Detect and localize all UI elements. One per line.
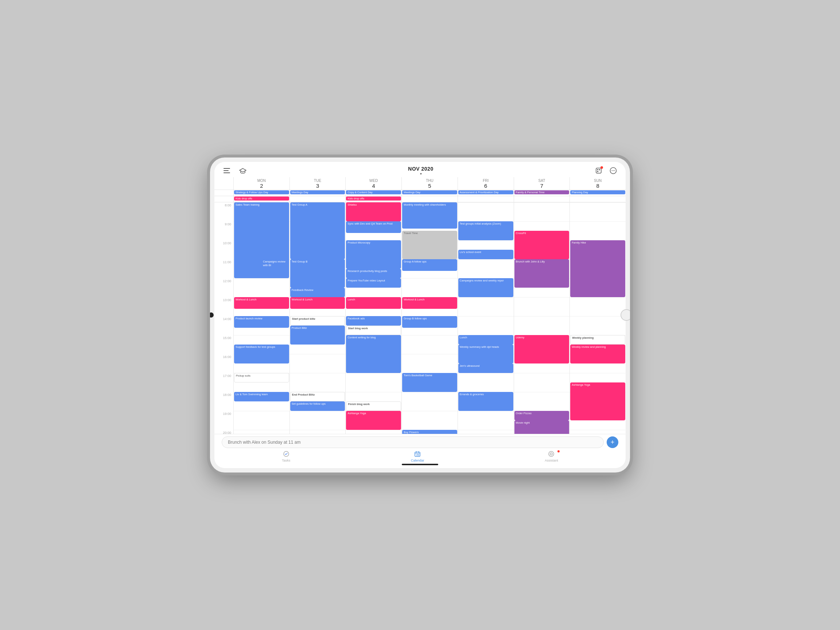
banner-tue[interactable]: Meetings Day (290, 190, 345, 194)
add-event-button[interactable]: + (607, 436, 618, 448)
month-title[interactable]: NOV 2020 ▾ (408, 166, 433, 176)
event-test-group-b[interactable]: Test Group B (290, 259, 345, 287)
tab-tasks[interactable]: Tasks (282, 451, 290, 462)
notification-button[interactable] (594, 166, 604, 176)
day-header-wed[interactable]: WED4 (345, 177, 401, 189)
svg-rect-0 (224, 168, 230, 169)
event-errands[interactable]: Errands & groceries (458, 392, 513, 411)
event-test-groups-analysis[interactable]: Test groups initial analysis (Zoom) (458, 221, 513, 240)
event-end-product-blitz[interactable]: End Product Blitz (290, 392, 345, 401)
event-start-blog-work[interactable]: Start blog work (346, 325, 401, 335)
event-workout-lunch-thu[interactable]: Workout & Lunch (402, 297, 457, 309)
event-support-feedback[interactable]: Support feedback for test groups (234, 344, 289, 363)
event-feedback-review[interactable]: Feedback Review (290, 287, 345, 297)
col-tue[interactable]: Test Group A Test Group B Feedback Revie… (289, 202, 346, 434)
banner-fri[interactable]: Assessment & Prioritization Day (458, 190, 513, 194)
event-liv-tom-swimming[interactable]: Liv & Tom Swimming team (234, 392, 289, 401)
event-basketball[interactable]: Tom's Basketball Game (402, 373, 457, 392)
kids-dropoff-mon[interactable]: Kids drop offs (234, 196, 289, 201)
tab-assistant[interactable]: Assistant (545, 451, 558, 462)
event-pickup-suits[interactable]: Pickup suits (234, 373, 289, 382)
col-wed[interactable]: Shiatsu Sync with Dev and QA Team on Pro… (345, 202, 401, 434)
gutter-header (215, 177, 233, 189)
event-product-microcopy[interactable]: Product Microcopy (346, 240, 401, 269)
svg-point-9 (613, 170, 614, 171)
event-livs-school[interactable]: Liv's school event (458, 250, 513, 259)
tab-calendar[interactable]: 21 Calendar (411, 451, 425, 462)
event-workout-lunch-mon[interactable]: Workout & Lunch (234, 297, 289, 309)
notification-dot (600, 166, 603, 169)
event-monthly-meeting[interactable]: Monthly meeting with shareholders (402, 202, 457, 229)
event-travel-time[interactable]: Travel Time (402, 231, 457, 259)
event-test-group-a[interactable]: Test Group A (290, 202, 345, 259)
event-weekly-review[interactable]: Weekly review and planning (570, 344, 625, 363)
day-header-tue[interactable]: TUE3 (289, 177, 346, 189)
banner-sat[interactable]: Family & Personal Time (515, 190, 570, 194)
svg-point-10 (614, 170, 615, 171)
event-product-blitz[interactable]: Product Blitz (290, 325, 345, 344)
event-movie-night[interactable]: Movie night (515, 420, 570, 434)
col-sat[interactable]: CrossFit Brunch with John & Lilly Udemy … (514, 202, 570, 434)
time-grid: 8:00 9:00 10:00 11:00 12:00 13:00 14:00 … (215, 202, 625, 434)
event-jens-ultrasound[interactable]: Jen's ultrasound (458, 363, 513, 373)
event-finish-blog-work[interactable]: Finish blog work (346, 401, 401, 411)
calendar-area: MON2 TUE3 WED4 THU5 FRI6 SAT7 SUN8 Strat… (215, 177, 625, 434)
add-event-input[interactable] (222, 436, 604, 448)
day-header-mon[interactable]: MON2 (233, 177, 289, 189)
svg-rect-14 (418, 452, 419, 453)
event-campaigns-weekly[interactable]: Campaigns review and weekly repor (458, 278, 513, 297)
event-lunch-wed[interactable]: Lunch (346, 297, 401, 309)
hat-button[interactable] (238, 166, 248, 176)
col-mon[interactable]: Sales Team training Campaigns review wit… (233, 202, 289, 434)
banner-wed[interactable]: Copy & Content Day (346, 190, 401, 194)
event-buy-flowers[interactable]: Buy Flowers (402, 430, 457, 434)
event-campaigns-review-mon[interactable]: Campaigns review with BI (261, 259, 289, 274)
event-weekly-summary[interactable]: Weekly summary with dpt heads (458, 344, 513, 363)
time-grid-scroll[interactable]: 8:00 9:00 10:00 11:00 12:00 13:00 14:00 … (215, 202, 625, 434)
more-button[interactable] (608, 166, 618, 176)
event-shiatsu[interactable]: Shiatsu (346, 202, 401, 221)
day-header-fri[interactable]: FRI6 (458, 177, 514, 189)
banner-thu[interactable]: Meetings Day (402, 190, 457, 194)
event-sync-dev-qa[interactable]: Sync with Dev and QA Team on Prod (346, 221, 401, 233)
right-circle-button[interactable] (621, 309, 630, 321)
col-fri[interactable]: Test groups initial analysis (Zoom) Liv'… (458, 202, 514, 434)
day-header-thu[interactable]: THU5 (401, 177, 458, 189)
event-brunch-john[interactable]: Brunch with John & Lilly (515, 259, 570, 287)
event-group-a-followups[interactable]: Group A follow ups (402, 259, 457, 271)
event-group-b-followups[interactable]: Group B follow ups (402, 316, 457, 328)
event-ashtanga-sun[interactable]: Ashtanga Yoga (570, 382, 625, 420)
sidebar-button[interactable] (210, 313, 214, 317)
event-facebook-ads[interactable]: Facebook ads (346, 316, 401, 325)
event-prepare-youtube[interactable]: Prepare YouTube video Layout (346, 278, 401, 287)
event-research-blog[interactable]: Research productivity blog posts (346, 269, 401, 278)
day-header-sun[interactable]: SUN8 (570, 177, 625, 189)
event-workout-lunch-tue[interactable]: Workout & Lunch (290, 297, 345, 309)
svg-rect-4 (597, 169, 598, 170)
header-left (222, 166, 248, 176)
event-lunch-fri[interactable]: Lunch (458, 335, 513, 344)
input-row: + (222, 436, 618, 448)
event-start-product-blitz[interactable]: Start product blitz (290, 316, 345, 325)
event-crossfit[interactable]: CrossFit (515, 231, 570, 259)
menu-button[interactable] (222, 166, 232, 176)
event-product-launch-review[interactable]: Product launch review (234, 316, 289, 328)
event-ashtanga-wed[interactable]: Ashtanga Yoga (346, 411, 401, 430)
event-family-hike[interactable]: Family Hike (570, 240, 625, 297)
event-order-pizzas[interactable]: Order Pizzas (515, 411, 570, 420)
event-content-writing[interactable]: Content writing for blog (346, 335, 401, 373)
calendar-header: NOV 2020 ▾ (215, 162, 625, 177)
col-sun[interactable]: Family Hike Weekly planning Weekly revie… (570, 202, 625, 434)
kids-dropoff-wed[interactable]: Kids drop offs (346, 196, 401, 201)
bottom-bar: + Tasks (215, 434, 625, 468)
event-weekly-planning[interactable]: Weekly planning (570, 335, 625, 344)
banner-mon[interactable]: Strategy & Follow Ups Day (234, 190, 289, 194)
event-set-guidelines[interactable]: Set guidelines for follow ups (290, 401, 345, 411)
col-thu[interactable]: Monthly meeting with shareholders Travel… (401, 202, 458, 434)
allday-row-2: Kids drop offs Kids drop offs (215, 196, 625, 202)
day-header-sat[interactable]: SAT7 (514, 177, 570, 189)
home-indicator (402, 464, 438, 465)
svg-rect-1 (224, 170, 229, 171)
banner-sun[interactable]: Planning Day (570, 190, 625, 194)
event-udemy[interactable]: Udemy (515, 335, 570, 363)
